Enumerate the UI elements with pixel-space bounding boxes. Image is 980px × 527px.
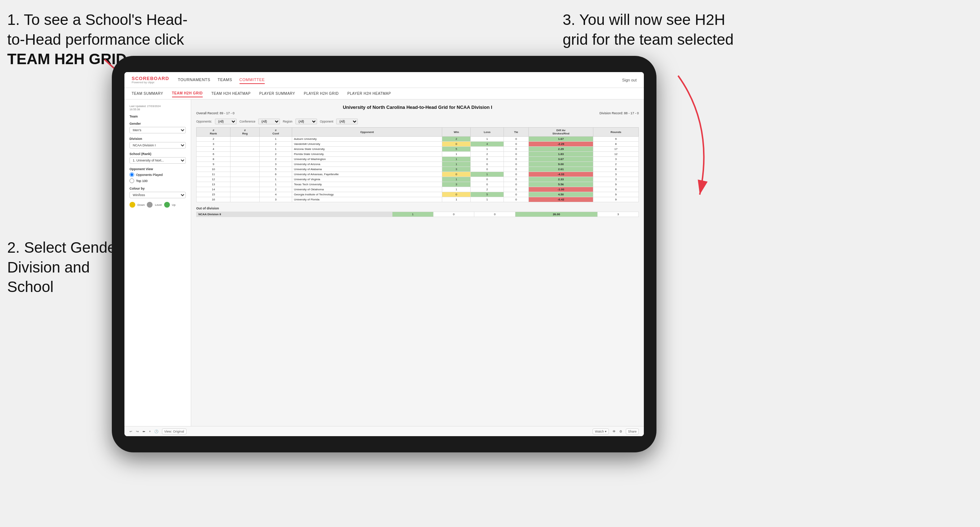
cell-opponent: University of Virginia — [292, 177, 442, 182]
cell-tie: 0 — [504, 172, 528, 177]
cell-loss: 1 — [471, 172, 504, 177]
cell-loss: 2 — [471, 187, 504, 192]
cell-tie: 0 — [504, 147, 528, 152]
data-panel: University of North Carolina Head-to-Hea… — [191, 100, 644, 426]
cell-win: 1 — [442, 177, 471, 182]
table-row: 15 4 Georgia Institute of Technology 0 5… — [197, 192, 639, 197]
subnav-team-summary[interactable]: TEAM SUMMARY — [132, 90, 163, 97]
filter-conference-select[interactable]: (All) — [258, 119, 280, 124]
gender-select[interactable]: Men's Women's — [129, 127, 186, 133]
filter-region-select[interactable]: (All) — [295, 119, 317, 124]
cell-opponent: Vanderbilt University — [292, 142, 442, 147]
toolbar-undo[interactable]: ↩ — [129, 430, 132, 433]
cell-win: 0 — [442, 172, 471, 177]
cell-tie: 0 — [504, 142, 528, 147]
cell-conf: 3 — [259, 162, 292, 167]
cell-diff: 9.00 — [528, 162, 593, 167]
toolbar-nav[interactable]: ⬅ — [143, 430, 145, 433]
toolbar-redo[interactable]: ↪ — [136, 430, 139, 433]
out-row: NCAA Division II 1 0 0 26.00 3 — [197, 212, 639, 217]
nav-tournaments[interactable]: TOURNAMENTS — [178, 76, 210, 84]
cell-opponent: Texas Tech University — [292, 182, 442, 187]
filter-opponents-label: Opponents: — [196, 120, 212, 123]
table-row: 6 2 Florida State University 1 2 0 1.83 … — [197, 152, 639, 157]
filter-opponent-select[interactable]: (All) — [336, 119, 358, 124]
cell-win: 1 — [442, 187, 471, 192]
cell-opponent: University of Arkansas, Fayetteville — [292, 172, 442, 177]
toolbar-add[interactable]: + — [149, 430, 151, 433]
cell-win: 2 — [442, 137, 471, 142]
cell-opponent: University of Arizona — [292, 162, 442, 167]
radio-opponents-played[interactable]: Opponents Played — [129, 172, 186, 177]
cell-tie: 0 — [504, 157, 528, 162]
cell-loss: 0 — [471, 157, 504, 162]
nav-items: TOURNAMENTS TEAMS COMMITTEE — [178, 76, 622, 84]
nav-committee[interactable]: COMMITTEE — [240, 76, 265, 84]
navbar: SCOREBOARD Powered by clippi TOURNAMENTS… — [124, 72, 644, 88]
school-select[interactable]: 1. University of Nort... — [129, 157, 186, 163]
sidebar: Last Updated: 27/03/2024 16:55:38 Team G… — [124, 100, 191, 426]
cell-rank: 13 — [197, 182, 231, 187]
cell-opponent: Auburn University — [292, 137, 442, 142]
subnav-player-summary[interactable]: PLAYER SUMMARY — [259, 90, 295, 97]
cell-rounds: 9 — [593, 182, 639, 187]
table-row: 8 2 University of Washington 1 0 0 3.67 … — [197, 157, 639, 162]
colour-by-select[interactable]: Win/loss — [129, 192, 186, 198]
table-row: 12 1 University of Virginia 1 0 0 2.33 3 — [197, 177, 639, 182]
cell-reg — [231, 167, 260, 172]
cell-reg — [231, 137, 260, 142]
col-rank: #Rank — [197, 128, 231, 137]
filter-opponents-select[interactable]: (All) — [215, 119, 237, 124]
cell-conf: 3 — [259, 197, 292, 202]
cell-rounds: 9 — [593, 192, 639, 197]
cell-conf: 1 — [259, 182, 292, 187]
toolbar-icon1[interactable]: 👁 — [612, 430, 616, 433]
last-updated: Last Updated: 27/03/2024 16:55:38 — [129, 105, 186, 111]
cell-diff: -6.42 — [528, 197, 593, 202]
cell-loss: 0 — [471, 182, 504, 187]
cell-reg — [231, 152, 260, 157]
cell-tie: 0 — [504, 137, 528, 142]
nav-teams[interactable]: TEAMS — [218, 76, 232, 84]
view-original-button[interactable]: View: Original — [162, 429, 186, 434]
cell-rounds: 9 — [593, 137, 639, 142]
logo-sub: Powered by clippi — [132, 81, 164, 84]
cell-reg — [231, 147, 260, 152]
subnav-player-h2h-grid[interactable]: PLAYER H2H GRID — [304, 90, 339, 97]
watch-button[interactable]: Watch ▾ — [593, 429, 609, 434]
radio-top100[interactable]: Top 100 — [129, 178, 186, 183]
cell-rank: 6 — [197, 152, 231, 157]
cell-loss: 1 — [471, 137, 504, 142]
col-diff: Diff AvStrokes/Rnd — [528, 128, 593, 137]
subnav: TEAM SUMMARY TEAM H2H GRID TEAM H2H HEAT… — [124, 88, 644, 100]
cell-win: 1 — [442, 152, 471, 157]
cell-conf: 4 — [259, 192, 292, 197]
cell-diff: 1.67 — [528, 137, 593, 142]
toolbar-clock[interactable]: 🕐 — [154, 430, 158, 433]
table-row: 2 1 Auburn University 2 1 0 1.67 9 — [197, 137, 639, 142]
cell-tie: 0 — [504, 182, 528, 187]
share-button[interactable]: Share — [626, 429, 639, 434]
cell-rank: 11 — [197, 172, 231, 177]
cell-opponent: University of Washington — [292, 157, 442, 162]
cell-opponent: University of Oklahoma — [292, 187, 442, 192]
cell-conf: 2 — [259, 142, 292, 147]
cell-reg — [231, 187, 260, 192]
cell-diff: 3.67 — [528, 157, 593, 162]
cell-loss: 2 — [471, 152, 504, 157]
out-of-division-table: NCAA Division II 1 0 0 26.00 3 — [196, 211, 639, 217]
subnav-player-h2h-heatmap[interactable]: PLAYER H2H HEATMAP — [347, 90, 391, 97]
annotation-top-right: 3. You will now see H2H grid for the tea… — [563, 10, 733, 49]
cell-win: 5 — [442, 147, 471, 152]
subnav-team-h2h-heatmap[interactable]: TEAM H2H HEATMAP — [212, 90, 251, 97]
cell-diff: -4.33 — [528, 172, 593, 177]
toolbar-icon2[interactable]: ⚙ — [619, 430, 622, 433]
cell-rank: 15 — [197, 192, 231, 197]
sign-out-link[interactable]: Sign out — [622, 78, 636, 82]
division-select[interactable]: NCAA Division I NCAA Division II NCAA Di… — [129, 142, 186, 149]
subnav-team-h2h-grid[interactable]: TEAM H2H GRID — [172, 90, 203, 97]
table-row: 3 2 Vanderbilt University 0 4 0 -2.29 8 — [197, 142, 639, 147]
table-row: 11 6 University of Arkansas, Fayettevill… — [197, 172, 639, 177]
cell-win: 1 — [442, 162, 471, 167]
cell-reg — [231, 157, 260, 162]
